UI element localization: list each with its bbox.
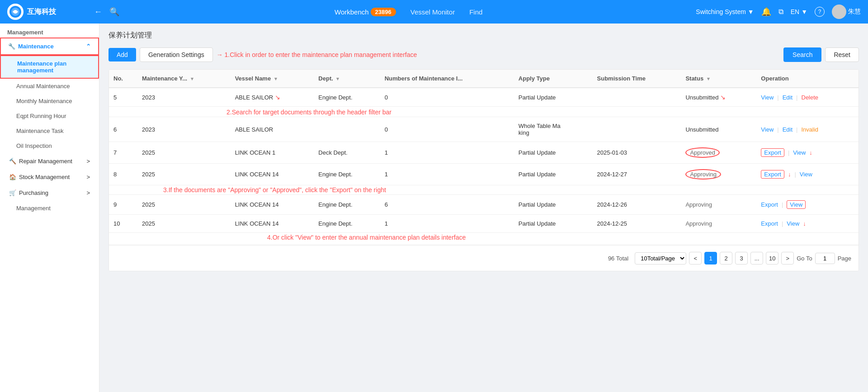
- view-link[interactable]: View: [761, 126, 774, 133]
- search-button[interactable]: Search: [783, 47, 821, 62]
- cell-op: Export | View ↓: [756, 142, 859, 164]
- arrow-down-view: ↓: [803, 220, 806, 227]
- op-cell: View | Edit | Delete: [761, 94, 854, 101]
- sidebar: Management 🔧 Maintenance ⌃ Maintenance p…: [0, 24, 99, 392]
- export-link[interactable]: Export: [761, 220, 778, 227]
- prev-page-btn[interactable]: <: [689, 252, 702, 264]
- view-link[interactable]: View: [800, 171, 812, 178]
- cell-submission: 2025-01-03: [593, 142, 681, 164]
- workbench-nav[interactable]: Workbench 23896: [335, 8, 396, 16]
- cell-apply-type: Partial Update: [514, 215, 593, 233]
- col-maintenance-year[interactable]: Maintenance Y... ▾: [137, 70, 231, 88]
- app-layout: Management 🔧 Maintenance ⌃ Maintenance p…: [0, 24, 868, 392]
- export-link[interactable]: Export: [761, 201, 778, 208]
- view-link[interactable]: View: [787, 220, 799, 227]
- add-button[interactable]: Add: [108, 48, 136, 61]
- page-2-btn[interactable]: 2: [720, 252, 732, 264]
- page-1-btn[interactable]: 1: [704, 252, 717, 264]
- cell-vessel: LINK OCEAN 1: [231, 142, 314, 164]
- page-label: Page: [838, 255, 851, 262]
- col-status[interactable]: Status ▾: [681, 70, 756, 88]
- delete-link[interactable]: Delete: [802, 94, 819, 101]
- col-numbers: Numbers of Maintenance I...: [380, 70, 514, 88]
- workbench-badge: 23896: [371, 8, 396, 16]
- col-dept[interactable]: Dept. ▾: [314, 70, 380, 88]
- export-link[interactable]: Export: [761, 148, 784, 157]
- maintenance-table: No. Maintenance Y... ▾ Vessel Name ▾ Dep…: [109, 70, 859, 245]
- annotation1-text: → 1.Click in order to enter the maintena…: [217, 49, 417, 60]
- view-link[interactable]: View: [793, 149, 806, 156]
- bell-icon[interactable]: 🔔: [761, 7, 771, 17]
- cell-no: 8: [109, 164, 137, 185]
- export-link[interactable]: Export: [761, 170, 784, 179]
- invalid-link[interactable]: Invalid: [802, 126, 819, 133]
- header-nav: ← 🔍: [92, 5, 121, 19]
- per-page-select[interactable]: 10Total/Page 20Total/Page 50Total/Page: [635, 252, 686, 264]
- cell-vessel: LINK OCEAN 14: [231, 195, 314, 215]
- cell-no: 10: [109, 215, 137, 233]
- table-row: 5 2023 ABLE SAILOR ↘ Engine Dept. 0 Part…: [109, 88, 859, 107]
- user-name: 朱慧: [848, 8, 861, 16]
- sidebar-item-eqpt-running-hour[interactable]: Eqpt Running Hour: [0, 109, 99, 123]
- user-menu[interactable]: 朱慧: [832, 5, 861, 19]
- sidebar-item-stock-management[interactable]: 🏠 Stock Management >: [0, 169, 99, 185]
- sidebar-item-purchasing[interactable]: 🛒 Purchasing >: [0, 185, 99, 201]
- switching-system-label: Switching System: [696, 8, 745, 15]
- sidebar-section-management: Management: [0, 24, 99, 38]
- reset-button[interactable]: Reset: [825, 47, 859, 62]
- cell-numbers: 1: [380, 215, 514, 233]
- next-page-btn[interactable]: >: [781, 252, 794, 264]
- cell-status: Approving: [681, 195, 756, 215]
- generation-settings-button[interactable]: Generation Settings: [140, 47, 213, 62]
- op-cell: Export | View ↓: [761, 148, 854, 157]
- view-link[interactable]: View: [787, 200, 806, 209]
- goto-input[interactable]: [815, 253, 835, 264]
- cell-numbers: 6: [380, 195, 514, 215]
- language-selector[interactable]: EN ▼: [791, 8, 807, 15]
- edit-link[interactable]: Edit: [783, 94, 793, 101]
- main-content: 保养计划管理 Add Generation Settings → 1.Click…: [99, 24, 868, 392]
- col-vessel-name[interactable]: Vessel Name ▾: [231, 70, 314, 88]
- maintenance-label: Maintenance: [18, 43, 54, 50]
- stock-icon: 🏠: [9, 174, 16, 180]
- fullscreen-icon[interactable]: ⧉: [778, 8, 783, 16]
- sidebar-item-maintenance[interactable]: 🔧 Maintenance ⌃: [0, 38, 99, 55]
- cell-op: Export | View ↓: [756, 215, 859, 233]
- main-table-container: No. Maintenance Y... ▾ Vessel Name ▾ Dep…: [108, 69, 859, 271]
- app-logo: 互海科技: [7, 4, 89, 20]
- switching-system-btn[interactable]: Switching System ▼: [696, 8, 754, 15]
- table-header-row: No. Maintenance Y... ▾ Vessel Name ▾ Dep…: [109, 70, 859, 88]
- sidebar-item-purchasing-management[interactable]: Management: [0, 201, 99, 216]
- back-icon[interactable]: ←: [92, 5, 104, 19]
- vessel-monitor-link[interactable]: Vessel Monitor: [410, 8, 455, 16]
- view-link[interactable]: View: [761, 94, 774, 101]
- sidebar-item-oil-inspection[interactable]: Oil Inspection: [0, 138, 99, 153]
- cell-no: 5: [109, 88, 137, 107]
- expand-icon: ⌃: [86, 43, 91, 50]
- cell-year: 2025: [137, 195, 231, 215]
- page-title: 保养计划管理: [108, 31, 859, 40]
- sidebar-item-maintenance-task[interactable]: Maintenance Task: [0, 123, 99, 138]
- edit-link[interactable]: Edit: [783, 126, 793, 133]
- cell-apply-type: Partial Update: [514, 88, 593, 107]
- find-link[interactable]: Find: [469, 8, 482, 16]
- col-submission-time: Submission Time: [593, 70, 681, 88]
- page-10-btn[interactable]: 10: [766, 252, 778, 264]
- annotation-row-4: 4.Or click "View" to enter the annual ma…: [109, 233, 859, 245]
- sidebar-item-repair-management[interactable]: 🔨 Repair Management >: [0, 153, 99, 169]
- header-right: Switching System ▼ 🔔 ⧉ EN ▼ ? 朱慧: [696, 5, 861, 19]
- col-apply-type: Apply Type: [514, 70, 593, 88]
- op-cell: Export | View: [761, 200, 854, 209]
- search-header-icon[interactable]: 🔍: [108, 5, 121, 19]
- arrow-down-export: ↓: [809, 149, 812, 156]
- sidebar-item-annual-maintenance[interactable]: Annual Maintenance: [0, 79, 99, 94]
- sidebar-item-monthly-maintenance[interactable]: Monthly Maintenance: [0, 94, 99, 109]
- sidebar-item-maintenance-plan[interactable]: Maintenance plan management: [0, 55, 99, 79]
- cell-no: 7: [109, 142, 137, 164]
- col-no: No.: [109, 70, 137, 88]
- page-3-btn[interactable]: 3: [735, 252, 748, 264]
- lang-chevron-icon: ▼: [801, 8, 807, 15]
- help-icon[interactable]: ?: [815, 7, 825, 17]
- cell-vessel: ABLE SAILOR: [231, 117, 314, 142]
- annotation-row-2: 2.Search for target documents through th…: [109, 107, 859, 117]
